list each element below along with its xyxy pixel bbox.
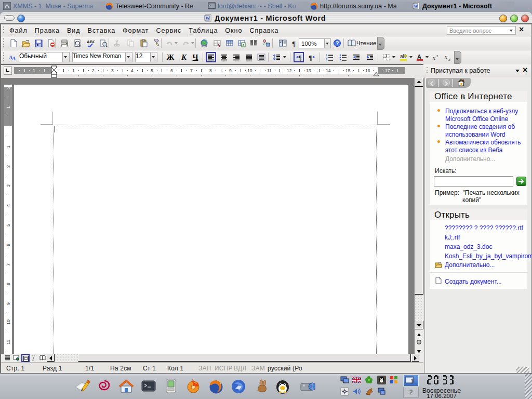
svg-text:3: 3 <box>326 59 327 61</box>
svg-text:2: 2 <box>448 58 450 61</box>
svg-text:2: 2 <box>436 54 438 58</box>
svg-text:X: X <box>242 43 245 47</box>
svg-text:¶: ¶ <box>292 39 296 47</box>
svg-text:x: x <box>444 54 447 60</box>
svg-text:A: A <box>11 55 16 61</box>
svg-text:x: x <box>432 55 435 61</box>
svg-text:ABC: ABC <box>87 39 95 44</box>
svg-text:¶: ¶ <box>298 54 301 61</box>
svg-text:¶: ¶ <box>309 54 312 61</box>
svg-text:A: A <box>417 54 421 60</box>
svg-text:?: ? <box>336 41 339 46</box>
svg-text:W: W <box>414 4 418 9</box>
svg-text:1: 1 <box>410 378 414 384</box>
svg-text:W: W <box>206 16 210 21</box>
